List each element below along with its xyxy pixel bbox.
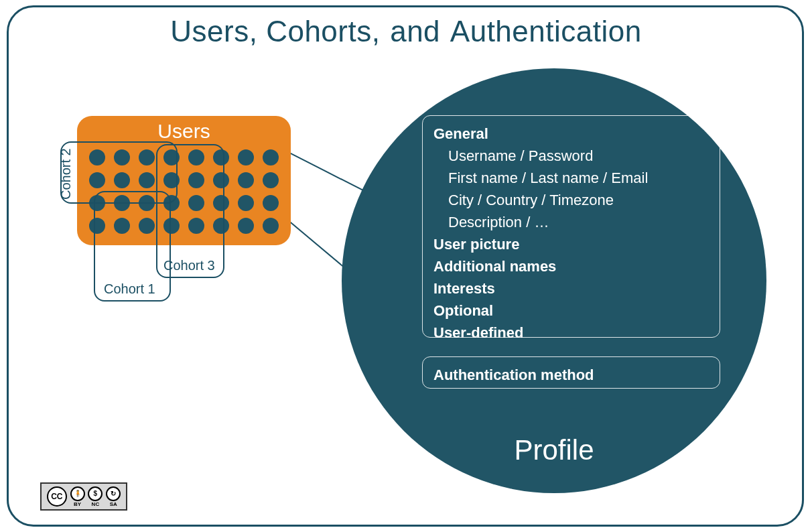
profile-auth-box: Authentication method	[422, 356, 720, 389]
cc-sa-wrap: ↻ SA	[106, 486, 121, 507]
profile-section-additional-names: Additional names	[433, 255, 709, 277]
user-dot	[263, 218, 279, 234]
profile-general-item-3: City / Country / Timezone	[433, 189, 709, 211]
cc-by-icon: 🧍	[70, 486, 85, 501]
cohort-2-label: Cohort 2	[58, 148, 74, 200]
cc-license-badge: CC 🧍 BY $ NC ↻ SA	[40, 482, 127, 511]
cc-icon: CC	[47, 486, 67, 507]
profile-section-user-picture: User picture	[433, 233, 709, 255]
cc-nc-wrap: $ NC	[88, 486, 103, 507]
profile-general-item-4: Description / …	[433, 211, 709, 233]
profile-section-interests: Interests	[433, 277, 709, 300]
cc-nc-icon: $	[88, 486, 103, 501]
profile-section-optional: Optional	[433, 300, 709, 322]
user-dot	[238, 172, 254, 188]
cohort-1-label: Cohort 1	[104, 281, 155, 297]
user-dot	[263, 149, 279, 165]
page-title: Users, Cohorts, and Authentication	[0, 15, 812, 48]
title-part-2: Authentication	[450, 15, 642, 48]
diagram-canvas: Users, Cohorts, and Authentication Users…	[0, 0, 812, 532]
user-dot	[263, 195, 279, 211]
user-dot	[263, 172, 279, 188]
user-dot	[238, 195, 254, 211]
profile-section-user-defined: User-defined	[433, 322, 709, 344]
title-part-1: Users, Cohorts,	[170, 15, 380, 48]
cc-sa-label: SA	[110, 502, 117, 507]
cc-by-wrap: 🧍 BY	[70, 486, 85, 507]
cc-sa-icon: ↻	[106, 486, 121, 501]
profile-attributes-box: General Username / Password First name /…	[422, 115, 720, 338]
user-dot	[238, 149, 254, 165]
profile-title: Profile	[342, 434, 766, 466]
profile-general-item-1: Username / Password	[433, 145, 709, 167]
profile-section-general: General	[433, 123, 709, 145]
cc-nc-label: NC	[92, 502, 100, 507]
cc-by-label: BY	[74, 502, 81, 507]
profile-auth-method: Authentication method	[433, 364, 709, 386]
users-label: Users	[77, 120, 291, 143]
user-dot	[238, 218, 254, 234]
profile-circle: General Username / Password First name /…	[342, 68, 766, 493]
profile-general-item-2: First name / Last name / Email	[433, 167, 709, 189]
cohort-3-label: Cohort 3	[163, 258, 215, 273]
title-and: and	[390, 15, 440, 48]
